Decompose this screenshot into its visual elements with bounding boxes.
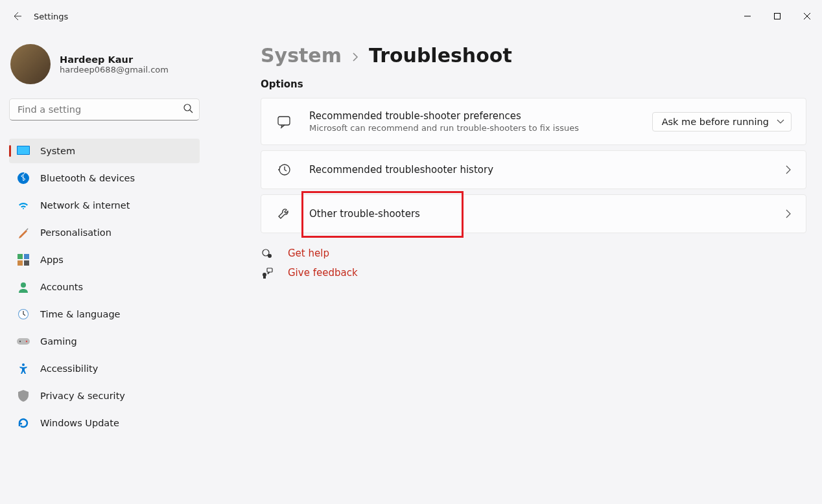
svg-rect-20 xyxy=(278,117,290,125)
sidebar-item-time-language[interactable]: Time & language xyxy=(9,302,200,326)
chevron-right-icon xyxy=(786,209,792,218)
search-icon[interactable] xyxy=(183,103,193,113)
title-bar: Settings xyxy=(0,0,822,32)
card-subtitle: Microsoft can recommend and run trouble-… xyxy=(309,123,635,133)
breadcrumb: System Troubleshoot xyxy=(261,44,806,67)
card-title: Other trouble-shooters xyxy=(309,208,769,220)
svg-point-4 xyxy=(184,104,191,111)
feedback-icon xyxy=(261,267,274,279)
prefs-dropdown[interactable]: Ask me before running xyxy=(652,112,792,132)
paint-icon xyxy=(17,227,30,238)
link-label: Get help xyxy=(288,247,329,259)
svg-point-18 xyxy=(26,341,27,342)
svg-rect-9 xyxy=(18,254,23,259)
chat-icon xyxy=(276,115,292,129)
apps-icon xyxy=(17,254,30,266)
svg-rect-7 xyxy=(18,146,29,154)
clock-icon xyxy=(17,308,30,320)
wrench-icon xyxy=(276,207,292,221)
profile-block[interactable]: Hardeep Kaur hardeep0688@gmail.com xyxy=(10,44,200,84)
sidebar-item-label: Time & language xyxy=(40,309,121,319)
link-give-feedback[interactable]: Give feedback xyxy=(261,267,806,279)
card-troubleshooter-history[interactable]: Recommended troubleshooter history xyxy=(261,150,806,189)
svg-line-5 xyxy=(190,110,193,113)
svg-text:?: ? xyxy=(269,254,271,258)
sidebar-item-label: Windows Update xyxy=(40,418,119,428)
sidebar-item-gaming[interactable]: Gaming xyxy=(9,329,200,354)
maximize-button[interactable] xyxy=(762,3,792,29)
avatar xyxy=(10,44,51,84)
sidebar-item-system[interactable]: System xyxy=(9,139,200,163)
sidebar: Hardeep Kaur hardeep0688@gmail.com Syste… xyxy=(0,32,209,504)
svg-point-13 xyxy=(21,282,26,288)
person-icon xyxy=(17,281,30,293)
card-recommended-preferences: Recommended trouble-shooter preferences … xyxy=(261,98,806,145)
sidebar-item-label: Gaming xyxy=(40,336,77,347)
sidebar-item-update[interactable]: Windows Update xyxy=(9,411,200,435)
gamepad-icon xyxy=(17,337,30,346)
link-label: Give feedback xyxy=(288,267,358,279)
accessibility-icon xyxy=(17,363,30,374)
sidebar-item-label: Apps xyxy=(40,255,64,265)
chevron-down-icon xyxy=(777,119,784,124)
main-content: System Troubleshoot Options Recommended … xyxy=(209,32,822,504)
chevron-right-icon xyxy=(352,52,358,62)
dropdown-value: Ask me before running xyxy=(662,117,769,127)
svg-rect-26 xyxy=(263,276,266,279)
svg-rect-16 xyxy=(17,338,30,345)
sidebar-item-bluetooth[interactable]: Bluetooth & devices xyxy=(9,166,200,190)
svg-point-19 xyxy=(22,363,25,366)
wifi-icon xyxy=(17,200,30,211)
sidebar-item-label: Privacy & security xyxy=(40,391,125,401)
sidebar-item-label: Personalisation xyxy=(40,227,112,238)
monitor-icon xyxy=(17,146,30,156)
sidebar-item-apps[interactable]: Apps xyxy=(9,247,200,272)
link-get-help[interactable]: ? Get help xyxy=(261,247,806,259)
update-icon xyxy=(17,417,30,429)
profile-name: Hardeep Kaur xyxy=(60,54,169,65)
sidebar-item-label: Bluetooth & devices xyxy=(40,173,135,183)
section-label-options: Options xyxy=(261,78,806,90)
app-title: Settings xyxy=(34,12,68,21)
profile-email: hardeep0688@gmail.com xyxy=(60,65,169,74)
sidebar-item-personalisation[interactable]: Personalisation xyxy=(9,220,200,245)
card-title: Recommended trouble-shooter preferences xyxy=(309,110,635,122)
back-button[interactable] xyxy=(12,11,22,21)
card-other-troubleshooters[interactable]: Other trouble-shooters xyxy=(261,194,806,233)
svg-rect-11 xyxy=(18,260,23,266)
history-icon xyxy=(276,163,292,177)
bluetooth-icon xyxy=(17,172,30,184)
sidebar-item-network[interactable]: Network & internet xyxy=(9,193,200,218)
breadcrumb-current: Troubleshoot xyxy=(369,44,512,67)
minimize-button[interactable] xyxy=(733,3,762,29)
svg-point-17 xyxy=(19,341,21,342)
sidebar-item-accounts[interactable]: Accounts xyxy=(9,275,200,299)
search-input[interactable] xyxy=(9,98,200,120)
chevron-right-icon xyxy=(786,165,792,174)
card-title: Recommended troubleshooter history xyxy=(309,164,769,176)
close-button[interactable] xyxy=(792,3,822,29)
shield-icon xyxy=(17,390,30,402)
sidebar-item-label: Accessibility xyxy=(40,363,98,374)
svg-rect-1 xyxy=(775,14,781,19)
sidebar-item-accessibility[interactable]: Accessibility xyxy=(9,356,200,381)
sidebar-item-label: System xyxy=(40,146,75,156)
sidebar-item-label: Network & internet xyxy=(40,200,130,211)
svg-rect-10 xyxy=(24,254,29,259)
nav-list: System Bluetooth & devices Network & int… xyxy=(9,139,200,435)
sidebar-item-label: Accounts xyxy=(40,282,83,292)
svg-rect-27 xyxy=(267,268,272,272)
sidebar-item-privacy[interactable]: Privacy & security xyxy=(9,384,200,408)
svg-rect-12 xyxy=(24,260,29,266)
help-icon: ? xyxy=(261,247,274,259)
breadcrumb-parent[interactable]: System xyxy=(261,44,342,67)
